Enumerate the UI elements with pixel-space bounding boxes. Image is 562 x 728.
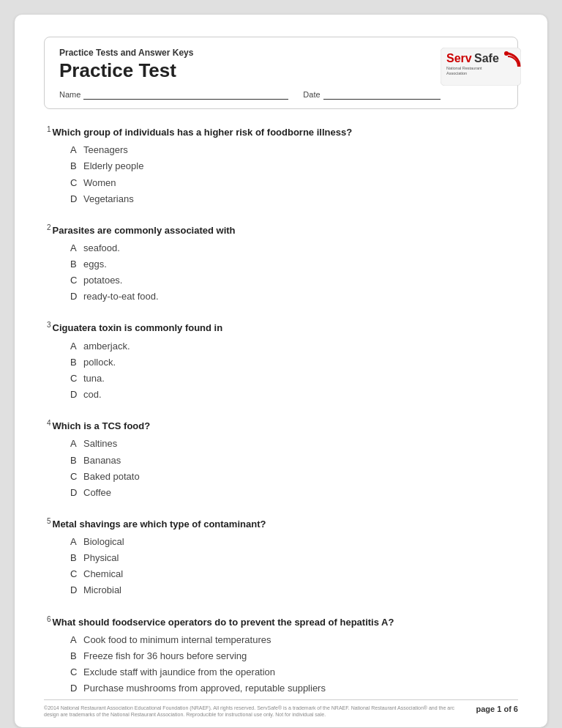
option-letter: A [70, 338, 83, 354]
question-4-option-b: BBananas [70, 453, 515, 469]
question-1-options: ATeenagersBElderly peopleCWomenDVegetari… [70, 142, 515, 207]
question-6-option-a: ACook food to minimum internal temperatu… [70, 632, 515, 648]
option-letter: D [70, 289, 83, 305]
option-letter: A [70, 632, 83, 648]
question-2-option-c: Cpotatoes. [70, 272, 515, 289]
question-6-number: 6 [47, 615, 51, 623]
question-block-6: 6What should foodservice operators do to… [47, 615, 515, 697]
option-letter: C [70, 272, 83, 289]
question-4-text: 4Which is a TCS food? [47, 419, 515, 431]
option-letter: D [70, 191, 83, 207]
option-text: Microbial [83, 582, 121, 598]
header-left: Practice Tests and Answer Keys Practice … [59, 48, 441, 100]
option-letter: D [70, 582, 83, 598]
option-text: seafood. [83, 240, 120, 256]
option-letter: B [70, 256, 83, 272]
question-2-text: 2Parasites are commonly associated with [47, 223, 515, 236]
question-3-options: Aamberjack.Bpollock.Ctuna.Dcod. [70, 338, 515, 403]
option-letter: B [70, 453, 83, 469]
option-letter: C [70, 371, 83, 387]
question-block-4: 4Which is a TCS food?ASaltinesBBananasCB… [47, 419, 515, 501]
option-text: Teenagers [83, 142, 128, 158]
question-6-option-c: CExclude staff with jaundice from the op… [70, 664, 515, 680]
question-block-5: 5Metal shavings are which type of contam… [47, 517, 515, 599]
question-3-option-d: Dcod. [70, 387, 515, 403]
option-letter: B [70, 550, 83, 566]
option-letter: C [70, 175, 83, 191]
question-2-option-b: Beggs. [70, 256, 515, 272]
option-text: Saltines [83, 436, 117, 452]
option-letter: C [70, 566, 83, 582]
question-4-option-c: CBaked potato [70, 469, 515, 485]
footer: ©2014 National Restaurant Association Ed… [44, 699, 518, 719]
option-text: amberjack. [83, 338, 130, 354]
question-1-option-d: DVegetarians [70, 191, 515, 207]
option-letter: D [70, 387, 83, 403]
option-text: tuna. [83, 371, 105, 387]
option-text: eggs. [83, 256, 107, 272]
option-text: ready-to-eat food. [83, 289, 159, 305]
question-5-option-b: BPhysical [70, 550, 515, 566]
question-5-number: 5 [47, 517, 51, 525]
option-text: Elderly people [83, 158, 143, 174]
question-block-1: 1Which group of individuals has a higher… [47, 125, 515, 207]
name-line [83, 89, 288, 100]
option-text: Chemical [83, 566, 123, 582]
option-letter: A [70, 142, 83, 158]
date-label: Date [303, 90, 320, 99]
question-3-option-a: Aamberjack. [70, 338, 515, 354]
question-3-number: 3 [47, 321, 51, 329]
question-5-text: 5Metal shavings are which type of contam… [47, 517, 515, 530]
name-label: Name [59, 90, 80, 99]
svg-text:Serv: Serv [446, 52, 472, 64]
footer-copyright: ©2014 National Restaurant Association Ed… [44, 705, 468, 719]
option-text: Baked potato [83, 469, 140, 485]
page-title: Practice Test [59, 59, 441, 82]
header-box: Practice Tests and Answer Keys Practice … [44, 37, 518, 109]
question-1-number: 1 [47, 125, 51, 133]
question-2-label: Parasites are commonly associated with [53, 225, 236, 236]
option-letter: A [70, 534, 83, 550]
question-3-label: Ciguatera toxin is commonly found in [53, 323, 223, 334]
question-block-3: 3Ciguatera toxin is commonly found inAam… [47, 321, 515, 403]
option-letter: B [70, 648, 83, 664]
servsafe-logo-area: Serv Safe National Restaurant Associatio… [441, 48, 521, 86]
option-text: Biological [83, 534, 124, 550]
footer-page: page 1 of 6 [476, 705, 518, 713]
question-2-number: 2 [47, 223, 51, 231]
question-4-option-d: DCoffee [70, 485, 515, 501]
svg-text:National Restaurant: National Restaurant [446, 66, 482, 70]
option-text: Bananas [83, 453, 121, 469]
question-2-option-a: Aseafood. [70, 240, 515, 256]
question-5-options: ABiologicalBPhysicalCChemicalDMicrobial [70, 534, 515, 598]
option-letter: A [70, 240, 83, 256]
question-2-options: Aseafood.Beggs.Cpotatoes.Dready-to-eat f… [70, 240, 515, 305]
question-1-option-c: CWomen [70, 175, 515, 191]
question-5-option-a: ABiological [70, 534, 515, 550]
question-1-option-b: BElderly people [70, 158, 515, 174]
date-line [323, 89, 441, 100]
option-text: Vegetarians [83, 191, 134, 207]
question-4-label: Which is a TCS food? [53, 420, 151, 431]
svg-text:Association: Association [446, 71, 467, 75]
question-5-label: Metal shavings are which type of contami… [53, 519, 266, 530]
option-text: Women [83, 175, 116, 191]
option-text: Cook food to minimum internal temperatur… [83, 632, 271, 648]
option-text: Freeze fish for 36 hours before serving [83, 648, 247, 664]
question-3-option-c: Ctuna. [70, 371, 515, 387]
servsafe-logo-icon: Serv Safe National Restaurant Associatio… [441, 48, 521, 86]
option-text: Exclude staff with jaundice from the ope… [83, 664, 275, 680]
option-letter: C [70, 469, 83, 485]
option-text: pollock. [83, 354, 116, 371]
question-1-text: 1Which group of individuals has a higher… [47, 125, 515, 138]
option-letter: D [70, 680, 83, 697]
svg-text:Safe: Safe [474, 52, 499, 64]
option-text: potatoes. [83, 272, 123, 289]
question-block-2: 2Parasites are commonly associated withA… [47, 223, 515, 305]
option-letter: B [70, 354, 83, 371]
question-4-number: 4 [47, 419, 51, 427]
questions-area: 1Which group of individuals has a higher… [44, 125, 518, 697]
option-letter: C [70, 664, 83, 680]
option-letter: A [70, 436, 83, 452]
option-letter: D [70, 485, 83, 501]
